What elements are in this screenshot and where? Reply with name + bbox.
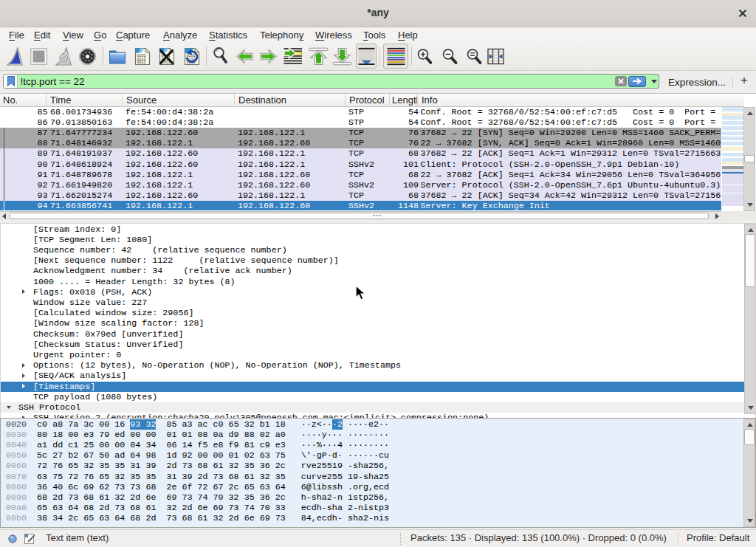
- svg-text:0011: 0011: [137, 61, 146, 65]
